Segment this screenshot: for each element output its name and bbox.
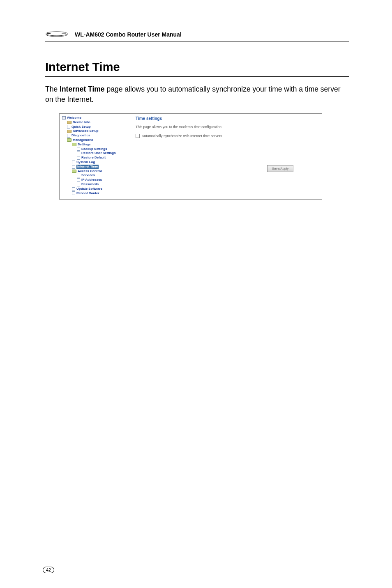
tree-item-quick-setup[interactable]: Quick Setup [62,125,131,129]
page-icon [67,125,70,129]
tree-item-restore-user-settings[interactable]: Restore User Settings [62,151,131,156]
tree-item-ip-addresses[interactable]: IP Addresses [62,178,131,182]
sync-checkbox-label: Automatically synchronize with Internet … [142,134,222,138]
content-panel: Time settings This page allows you to th… [131,114,322,199]
page-content: WL-AM602 Combo Router User Manual Intern… [45,30,349,200]
sync-checkbox-row: Automatically synchronize with Internet … [136,134,318,138]
page-icon [77,183,80,186]
page-icon [72,187,75,191]
embedded-screenshot: Welcome Device Info Quick Setup Advanced… [59,113,322,200]
folder-open-icon [67,138,71,142]
tree-item-restore-default[interactable]: Restore Default [62,156,131,160]
navigation-tree: Welcome Device Info Quick Setup Advanced… [60,114,131,199]
page-number: 42 [43,567,54,573]
tree-item-advanced-setup[interactable]: Advanced Setup [62,129,131,133]
tree-item-diagnostics[interactable]: Diagnostics [62,133,131,138]
document-header: WL-AM602 Combo Router User Manual [45,30,349,41]
manual-title: WL-AM602 Combo Router User Manual [75,31,182,38]
page-icon [77,152,80,155]
folder-icon [67,130,71,133]
folder-open-icon [72,170,76,173]
sync-checkbox[interactable] [136,134,140,138]
page-icon [72,191,75,195]
expand-icon [62,116,66,119]
section-title: Internet Time [45,60,349,77]
tree-item-passwords[interactable]: Passwords [62,182,131,187]
page-icon [77,156,80,160]
body-prefix: The [45,85,60,93]
tree-item-backup-settings[interactable]: Backup Settings [62,147,131,152]
tree-item-settings[interactable]: Settings [62,142,131,147]
folder-icon [67,121,71,124]
tree-item-device-info[interactable]: Device Info [62,120,131,125]
page-icon [67,134,70,138]
svg-rect-2 [47,33,51,34]
tree-item-internet-time[interactable]: Internet Time [62,165,131,169]
content-description: This page allows you to the modem's time… [136,125,318,129]
tree-item-update-software[interactable]: Update Software [62,187,131,191]
tree-selected-label: Internet Time [76,165,99,169]
page-icon [77,174,80,177]
tree-item-management[interactable]: Management [62,138,131,142]
router-icon [45,30,68,39]
page-icon [72,165,75,169]
save-apply-button[interactable]: Save/Apply [267,165,293,172]
tree-item-system-log[interactable]: System Log [62,160,131,165]
page-icon [77,147,80,151]
page-icon [77,178,80,182]
page-icon [72,161,75,164]
tree-item-access-control[interactable]: Access Control [62,169,131,174]
tree-item-services[interactable]: Services [62,173,131,178]
tree-item-reboot-router[interactable]: Reboot Router [62,191,131,196]
tree-root[interactable]: Welcome [62,116,131,120]
section-body: The Internet Time page allows you to aut… [45,84,349,104]
folder-open-icon [72,143,76,146]
content-heading: Time settings [136,116,318,121]
body-strong: Internet Time [60,85,105,93]
footer-rule [45,564,349,564]
